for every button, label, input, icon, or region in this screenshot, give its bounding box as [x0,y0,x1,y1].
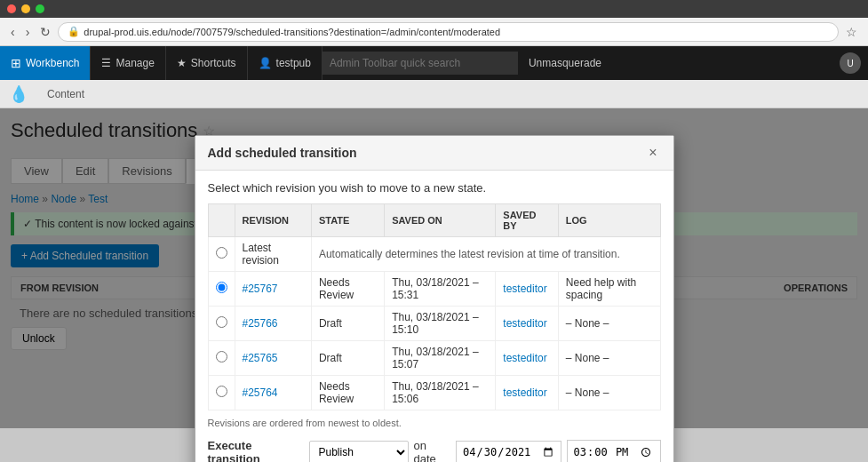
workbench-icon: ⊞ [11,56,21,70]
page-content: Scheduled transitions ☆ View Edit Revisi… [0,108,868,428]
revision-radio[interactable] [216,282,227,293]
revision-saved-on: Thu, 03/18/2021 – 15:06 [385,376,496,410]
table-row: #25766 Draft Thu, 03/18/2021 – 15:10 tes… [208,307,660,341]
close-btn[interactable] [7,4,16,13]
workbench-menu-item[interactable]: ⊞ Workbench [0,46,91,80]
saved-by-col-header: SAVED BY [496,204,558,237]
manage-menu-item[interactable]: ☰ Manage [91,46,165,80]
revisions-note: Revisions are ordered from newest to old… [208,418,661,428]
manage-label: Manage [115,57,154,69]
revision-saved-by[interactable]: testeditor [503,352,546,364]
revision-link[interactable]: #25764 [243,386,278,399]
minimize-btn[interactable] [21,4,30,13]
log-col-header: LOG [558,204,660,237]
shortcuts-icon: ★ [177,57,187,69]
maximize-btn[interactable] [36,4,44,13]
execute-label: Execute transition [208,439,304,462]
revision-log: – None – [558,376,660,410]
drupal-logo: 💧 [9,84,28,104]
revision-state: Draft [311,341,384,376]
bookmark-btn[interactable]: ☆ [842,23,861,41]
modal-subtitle: Select which revision you wish to move t… [208,181,661,195]
modal-title: Add scheduled transition [208,146,357,160]
revision-radio[interactable] [216,351,227,362]
browser-chrome [0,0,868,18]
refresh-btn[interactable]: ↻ [36,23,54,41]
revision-link[interactable]: #25766 [243,317,278,330]
revision-state: Needs Review [311,376,384,410]
drupal-secondary-bar: 💧 Content [0,80,868,108]
drupal-admin-bar: ⊞ Workbench ☰ Manage ★ Shortcuts 👤 testp… [0,46,868,80]
table-row: #25764 Needs Review Thu, 03/18/2021 – 15… [208,376,660,410]
radio-col-header [208,204,235,237]
avatar: U [840,52,861,74]
revision-table: REVISION STATE SAVED ON SAVED BY LOG Lat… [208,203,661,410]
state-col-header: STATE [311,204,384,237]
modal-body: Select which revision you wish to move t… [195,171,673,462]
revision-col-header: REVISION [235,204,311,237]
add-transition-modal: Add scheduled transition × Select which … [195,135,674,462]
revision-radio[interactable] [216,316,227,328]
date-input[interactable] [456,441,561,462]
modal-header: Add scheduled transition × [195,136,673,171]
back-btn[interactable]: ‹ [7,23,19,41]
lock-icon: 🔒 [68,26,80,37]
revision-state: Needs Review [311,272,384,307]
revision-radio[interactable] [216,247,227,259]
execute-section: Execute transition PublishDraftNeeds Rev… [208,439,661,462]
on-date-label: on date [414,439,451,462]
saved-on-col-header: SAVED ON [385,204,496,237]
revision-log: Need help with spacing [558,272,660,307]
user-label: testpub [276,57,311,69]
revision-radio[interactable] [216,386,227,397]
content-link[interactable]: Content [39,84,92,105]
table-row: #25767 Needs Review Thu, 03/18/2021 – 15… [208,272,660,307]
revision-saved-on: Thu, 03/18/2021 – 15:31 [385,272,496,307]
user-icon: 👤 [259,57,272,69]
shortcuts-label: Shortcuts [191,57,236,69]
unmasquerade-button[interactable]: Unmasquerade [518,57,612,69]
revision-link[interactable]: #25765 [243,352,278,364]
modal-close-button[interactable]: × [645,145,660,161]
manage-icon: ☰ [101,57,111,69]
nav-bar: ‹ › ↻ 🔒 drupal-prod.uis.edu/node/7007579… [0,18,868,46]
execute-transition-select[interactable]: PublishDraftNeeds ReviewArchive [309,441,409,462]
revision-saved-by[interactable]: testeditor [503,317,546,330]
address-bar[interactable]: 🔒 drupal-prod.uis.edu/node/7007579/sched… [58,22,839,42]
revision-link[interactable]: #25767 [243,283,278,295]
workbench-label: Workbench [26,57,79,69]
revision-saved-by[interactable]: testeditor [503,386,546,399]
revision-saved-on: Thu, 03/18/2021 – 15:07 [385,341,496,376]
revision-saved-on: Thu, 03/18/2021 – 15:10 [385,307,496,341]
revision-label: Latest revision [235,237,311,272]
user-menu-item[interactable]: 👤 testpub [248,46,323,80]
forward-btn[interactable]: › [22,23,34,41]
shortcuts-menu-item[interactable]: ★ Shortcuts [166,46,248,80]
time-input[interactable] [567,440,661,462]
admin-search-input[interactable] [323,52,518,75]
revision-state: Draft [311,307,384,341]
revision-saved-by[interactable]: testeditor [503,283,546,295]
table-row: Latest revision Automatically determines… [208,237,660,272]
revision-auto-desc: Automatically determines the latest revi… [311,237,660,272]
table-row: #25765 Draft Thu, 03/18/2021 – 15:07 tes… [208,341,660,376]
address-text: drupal-prod.uis.edu/node/7007579/schedul… [84,27,500,37]
revision-log: – None – [558,341,660,376]
revision-log: – None – [558,307,660,341]
